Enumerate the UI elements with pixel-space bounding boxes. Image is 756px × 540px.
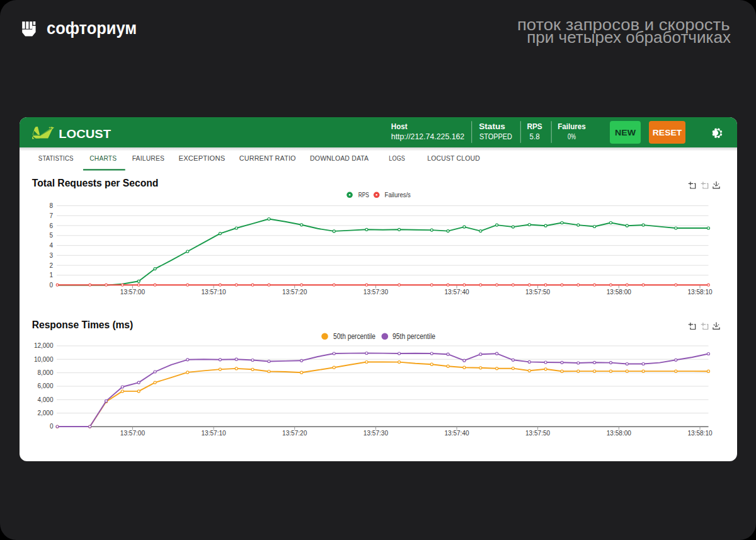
svg-text:8,000: 8,000 [37, 369, 53, 376]
svg-text:STOPPED: STOPPED [479, 132, 512, 141]
svg-text:13:57:10: 13:57:10 [202, 429, 226, 437]
svg-text:13:58:10: 13:58:10 [687, 429, 712, 437]
svg-text:0: 0 [49, 282, 53, 289]
svg-text:13:57:20: 13:57:20 [282, 288, 307, 296]
svg-text:13:57:10: 13:57:10 [202, 288, 226, 296]
svg-text:EXCEPTIONS: EXCEPTIONS [179, 154, 226, 162]
svg-text:12,000: 12,000 [34, 342, 54, 349]
svg-text:8: 8 [49, 202, 53, 209]
svg-text:13:57:40: 13:57:40 [444, 288, 469, 296]
svg-text:13:57:40: 13:57:40 [444, 429, 469, 437]
svg-text:Host: Host [391, 122, 408, 131]
svg-text:RESET: RESET [653, 128, 682, 137]
svg-text:STATISTICS: STATISTICS [38, 154, 74, 162]
svg-text:LOCUST CLOUD: LOCUST CLOUD [427, 154, 480, 162]
svg-text:13:57:30: 13:57:30 [364, 429, 388, 437]
svg-text:Total Requests per Second: Total Requests per Second [32, 178, 159, 188]
svg-text:13:57:00: 13:57:00 [120, 288, 145, 296]
svg-text:6,000: 6,000 [37, 382, 53, 389]
svg-text:NEW: NEW [615, 128, 636, 137]
svg-text:95th percentile: 95th percentile [392, 332, 435, 341]
svg-text:7: 7 [49, 212, 53, 219]
svg-text:2,000: 2,000 [37, 410, 53, 416]
svg-text:13:57:50: 13:57:50 [525, 288, 550, 296]
svg-text:Failures: Failures [558, 122, 586, 131]
svg-text:50th percentile: 50th percentile [333, 332, 375, 341]
svg-text:5.8: 5.8 [530, 132, 540, 141]
svg-text:RPS: RPS [527, 122, 542, 131]
svg-text:13:57:50: 13:57:50 [525, 429, 550, 437]
svg-text:DOWNLOAD DATA: DOWNLOAD DATA [310, 154, 369, 162]
svg-text:3: 3 [49, 252, 53, 259]
svg-text:FAILURES: FAILURES [132, 154, 165, 162]
svg-text:0: 0 [50, 423, 54, 430]
svg-text:2: 2 [49, 262, 53, 269]
svg-text:Response Times (ms): Response Times (ms) [32, 319, 133, 330]
svg-text:LOCUST: LOCUST [59, 127, 111, 141]
svg-text:CURRENT RATIO: CURRENT RATIO [239, 154, 296, 162]
svg-text:13:57:00: 13:57:00 [120, 429, 145, 437]
svg-text:4: 4 [49, 242, 53, 249]
svg-text:RPS: RPS [358, 191, 369, 198]
svg-text:13:58:00: 13:58:00 [607, 429, 631, 437]
svg-text:CHARTS: CHARTS [89, 154, 117, 162]
svg-text:4,000: 4,000 [37, 396, 53, 403]
svg-text:13:58:10: 13:58:10 [687, 288, 712, 296]
svg-text:Failures/s: Failures/s [385, 191, 411, 198]
svg-text:при четырех обработчиках: при четырех обработчиках [527, 28, 731, 47]
svg-text:5: 5 [49, 232, 53, 239]
svg-text:13:58:00: 13:58:00 [607, 288, 631, 296]
svg-text:софториум: софториум [47, 19, 137, 38]
svg-text:10,000: 10,000 [34, 356, 54, 363]
svg-text:LOGS: LOGS [389, 154, 405, 162]
svg-text:Status: Status [479, 122, 505, 131]
svg-text:http://212.74.225.162: http://212.74.225.162 [391, 132, 464, 141]
svg-text:1: 1 [49, 272, 53, 279]
svg-text:13:57:30: 13:57:30 [364, 288, 388, 296]
svg-text:6: 6 [49, 222, 53, 229]
svg-text:13:57:20: 13:57:20 [282, 429, 307, 437]
svg-text:0%: 0% [568, 132, 576, 141]
